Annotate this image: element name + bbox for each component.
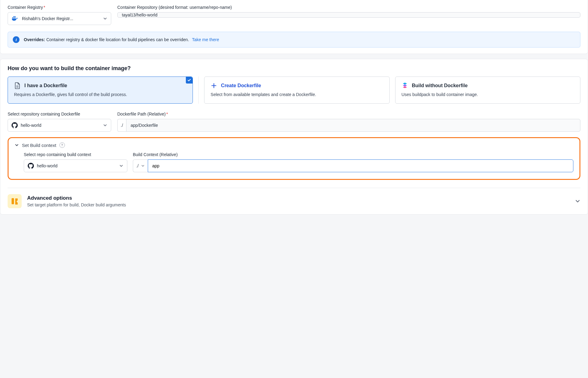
option-have-dockerfile[interactable]: I have a Dockerfile Requires a Dockerfil… <box>8 77 193 104</box>
container-repository-label: Container Repository (desired format: us… <box>117 5 580 10</box>
container-registry-card: Container Registry* Rishabh's Docker Reg… <box>0 0 588 54</box>
advanced-options-toggle[interactable]: Advanced options Set target platform for… <box>8 194 580 208</box>
build-context-path-label: Build Context (Relative) <box>133 152 573 157</box>
chevron-down-icon <box>119 164 123 168</box>
overrides-text: Overrides: Container registry & docker f… <box>24 37 219 42</box>
chevron-down-icon <box>141 164 145 168</box>
svg-rect-0 <box>12 17 13 18</box>
build-context-section: Set Build context ? Select repo containi… <box>8 137 580 180</box>
build-context-path-input[interactable] <box>148 159 573 172</box>
option-have-dockerfile-desc: Requires a Dockerfile, gives full contro… <box>14 91 186 98</box>
advanced-options-desc: Set target platform for build, Docker bu… <box>27 202 126 207</box>
option-buildpack-desc: Uses buildpack to build container image. <box>402 91 574 98</box>
build-question: How do you want to build the container i… <box>8 65 580 72</box>
option-buildpack[interactable]: Build without Dockerfile Uses buildpack … <box>395 77 580 104</box>
option-create-dockerfile-title: Create Dockerfile <box>221 83 261 88</box>
option-create-dockerfile-desc: Select from available templates and crea… <box>211 91 383 98</box>
svg-rect-1 <box>13 17 14 18</box>
container-registry-field: Container Registry* Rishabh's Docker Reg… <box>8 5 111 25</box>
dockerfile-repo-select[interactable]: hello-world <box>8 119 111 132</box>
dockerfile-repo-label: Select repository containing Dockerfile <box>8 112 111 116</box>
svg-rect-5 <box>12 198 14 204</box>
container-registry-label: Container Registry* <box>8 5 111 10</box>
check-icon <box>186 77 193 84</box>
svg-rect-2 <box>15 17 16 18</box>
github-icon <box>28 163 34 169</box>
advanced-options-icon <box>8 194 22 208</box>
buildpack-icon <box>402 82 408 89</box>
file-icon <box>14 82 21 89</box>
build-context-repo-select[interactable]: hello-world <box>24 159 127 172</box>
option-have-dockerfile-title: I have a Dockerfile <box>24 83 67 88</box>
option-divider <box>198 77 199 104</box>
container-repository-field: Container Repository (desired format: us… <box>117 5 580 18</box>
dockerfile-path-input[interactable] <box>126 119 580 132</box>
overrides-link[interactable]: Take me there <box>192 37 219 42</box>
svg-rect-4 <box>15 16 16 17</box>
build-options: I have a Dockerfile Requires a Dockerfil… <box>8 77 580 104</box>
advanced-options-text: Advanced options Set target platform for… <box>27 195 126 207</box>
chevron-down-icon <box>575 198 580 204</box>
required-asterisk: * <box>44 5 45 10</box>
build-context-repo-value: hello-world <box>37 163 58 168</box>
plus-icon <box>211 82 217 89</box>
svg-rect-3 <box>13 16 14 17</box>
docker-icon <box>12 16 19 22</box>
container-registry-value: Rishabh's Docker Registr... <box>22 16 73 21</box>
build-context-header[interactable]: Set Build context ? <box>15 142 573 148</box>
divider <box>8 188 580 188</box>
chevron-down-icon <box>15 143 19 147</box>
chevron-down-icon <box>103 16 107 21</box>
chevron-down-icon <box>103 123 107 127</box>
dockerfile-repo-field: Select repository containing Dockerfile … <box>8 112 111 132</box>
info-icon: i <box>13 36 19 43</box>
dockerfile-path-field: Dockerfile Path (Relative)* ./ <box>117 112 580 132</box>
github-icon <box>12 122 18 128</box>
build-context-repo-field: Select repo containing build context hel… <box>24 152 127 172</box>
option-create-dockerfile[interactable]: Create Dockerfile Select from available … <box>204 77 389 104</box>
container-repository-input[interactable] <box>117 12 580 18</box>
dockerfile-path-prefix: ./ <box>117 119 126 132</box>
advanced-options-title: Advanced options <box>27 195 126 201</box>
container-registry-select[interactable]: Rishabh's Docker Registr... <box>8 12 111 25</box>
build-context-path-field: Build Context (Relative) ./ <box>133 152 573 172</box>
build-context-title: Set Build context <box>22 143 56 148</box>
option-buildpack-title: Build without Dockerfile <box>412 83 468 88</box>
required-asterisk: * <box>166 112 168 116</box>
dockerfile-repo-value: hello-world <box>21 123 41 128</box>
overrides-banner: i Overrides: Container registry & docker… <box>8 32 580 48</box>
build-context-repo-label: Select repo containing build context <box>24 152 127 157</box>
build-config-card: How do you want to build the container i… <box>0 59 588 215</box>
help-icon[interactable]: ? <box>59 142 65 148</box>
build-context-path-prefix[interactable]: ./ <box>133 159 148 172</box>
dockerfile-path-label: Dockerfile Path (Relative)* <box>117 112 580 116</box>
